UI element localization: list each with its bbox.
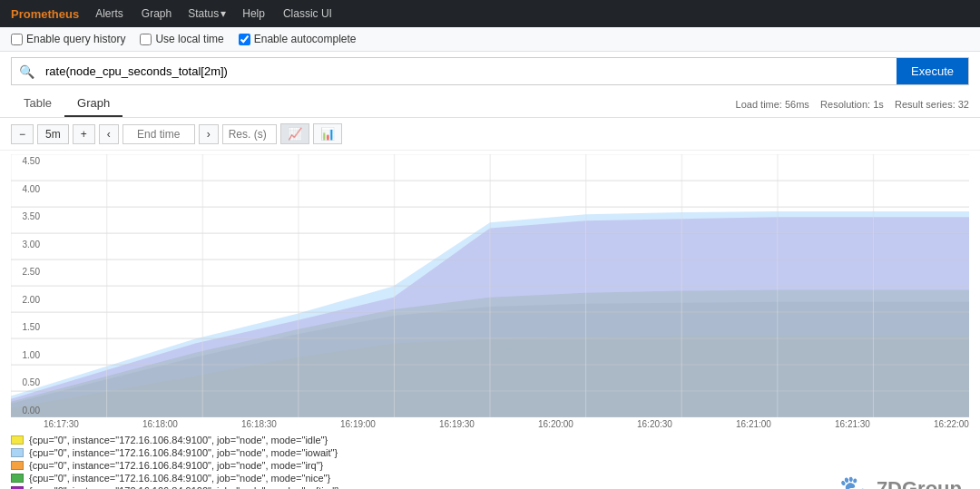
- navbar-brand: Prometheus: [11, 7, 79, 21]
- use-local-time-checkbox[interactable]: [140, 34, 152, 45]
- x-label-5: 16:20:00: [538, 419, 573, 429]
- logo-icon: 🐾: [839, 474, 871, 489]
- y-label-9: 0.00: [11, 406, 44, 416]
- use-local-time-label[interactable]: Use local time: [140, 33, 223, 45]
- x-label-9: 16:22:00: [934, 419, 969, 429]
- legend: {cpu="0", instance="172.16.106.84:9100",…: [0, 429, 980, 489]
- line-chart-button[interactable]: 📈: [280, 123, 309, 144]
- y-label-3: 3.00: [11, 240, 44, 249]
- line-chart-icon: 📈: [288, 127, 302, 141]
- search-input[interactable]: [42, 60, 897, 83]
- x-label-1: 16:18:00: [142, 419, 178, 429]
- y-label-2: 3.50: [11, 211, 44, 221]
- legend-label: {cpu="0", instance="172.16.106.84:9100",…: [29, 473, 330, 484]
- legend-color: [11, 448, 24, 457]
- legend-label: {cpu="0", instance="172.16.106.84:9100",…: [29, 460, 323, 471]
- x-label-7: 16:21:00: [736, 419, 771, 429]
- legend-item[interactable]: {cpu="0", instance="172.16.106.84:9100",…: [11, 435, 969, 445]
- legend-item[interactable]: {cpu="0", instance="172.16.106.84:9100",…: [11, 485, 969, 489]
- legend-label: {cpu="0", instance="172.16.106.84:9100",…: [29, 447, 338, 458]
- load-time: Load time: 56ms: [736, 99, 809, 110]
- tab-table[interactable]: Table: [11, 91, 64, 117]
- x-label-4: 16:19:30: [439, 419, 475, 429]
- enable-autocomplete-checkbox[interactable]: [239, 34, 250, 45]
- nav-classic-ui[interactable]: Classic UI: [281, 4, 334, 24]
- tabs-left: Table Graph: [11, 91, 122, 117]
- y-label-1: 4.00: [11, 184, 44, 194]
- bar-chart-icon: 📊: [320, 127, 335, 141]
- resolution-input[interactable]: [222, 124, 277, 144]
- x-label-0: 16:17:30: [44, 419, 79, 429]
- legend-label: {cpu="0", instance="172.16.106.84:9100",…: [29, 435, 328, 445]
- stats-bar: Load time: 56ms Resolution: 1s Result se…: [736, 99, 969, 110]
- legend-color: [11, 474, 24, 483]
- prev-button[interactable]: ‹: [99, 124, 119, 144]
- enable-query-history-label[interactable]: Enable query history: [11, 33, 125, 45]
- nav-graph[interactable]: Graph: [140, 4, 173, 24]
- x-label-2: 16:18:30: [241, 419, 277, 429]
- interval-minus-button[interactable]: −: [11, 124, 34, 144]
- interval-value-button[interactable]: 5m: [37, 124, 69, 144]
- graph-toolbar: − 5m + ‹ › 📈 📊: [0, 118, 980, 151]
- y-axis-labels: 4.50 4.00 3.50 3.00 2.50 2.00 1.50 1.00 …: [11, 154, 44, 417]
- interval-plus-button[interactable]: +: [73, 124, 95, 144]
- y-label-8: 0.50: [11, 377, 44, 387]
- resolution: Resolution: 1s: [820, 99, 884, 110]
- chart-svg: [11, 154, 969, 417]
- enable-autocomplete-label[interactable]: Enable autocomplete: [239, 33, 357, 45]
- execute-button[interactable]: Execute: [897, 58, 968, 84]
- search-icon: 🔍: [12, 59, 42, 84]
- y-label-4: 2.50: [11, 267, 44, 277]
- x-label-8: 16:21:30: [835, 419, 870, 429]
- options-bar: Enable query history Use local time Enab…: [0, 27, 980, 52]
- search-bar: 🔍 Execute: [11, 57, 969, 85]
- tab-graph[interactable]: Graph: [64, 91, 122, 117]
- x-axis-labels: 16:17:30 16:18:00 16:18:30 16:19:00 16:1…: [11, 417, 969, 429]
- y-label-0: 4.50: [11, 156, 44, 166]
- x-label-6: 16:20:30: [637, 419, 672, 429]
- enable-query-history-checkbox[interactable]: [11, 34, 23, 45]
- y-label-5: 2.00: [11, 295, 44, 305]
- end-time-input[interactable]: [122, 124, 195, 144]
- legend-item[interactable]: {cpu="0", instance="172.16.106.84:9100",…: [11, 447, 969, 458]
- result-series: Result series: 32: [895, 99, 969, 110]
- next-button[interactable]: ›: [199, 124, 219, 144]
- navbar: Prometheus Alerts Graph Status ▾ Help Cl…: [0, 0, 980, 27]
- nav-status[interactable]: Status ▾: [188, 7, 226, 20]
- x-label-3: 16:19:00: [340, 419, 376, 429]
- bar-chart-button[interactable]: 📊: [313, 123, 342, 144]
- main-content: 4.50 4.00 3.50 3.00 2.50 2.00 1.50 1.00 …: [0, 154, 980, 489]
- logo-text: 7DGroup: [877, 477, 962, 490]
- nav-alerts[interactable]: Alerts: [93, 4, 125, 24]
- legend-item[interactable]: {cpu="0", instance="172.16.106.84:9100",…: [11, 473, 969, 484]
- logo-area: 🐾 7DGroup: [839, 474, 962, 489]
- legend-color: [11, 435, 24, 445]
- y-label-7: 1.00: [11, 350, 44, 360]
- legend-color: [11, 461, 24, 470]
- graph-area: 4.50 4.00 3.50 3.00 2.50 2.00 1.50 1.00 …: [0, 154, 980, 429]
- y-label-6: 1.50: [11, 322, 44, 332]
- legend-label: {cpu="0", instance="172.16.106.84:9100",…: [29, 485, 339, 489]
- chart-container: 4.50 4.00 3.50 3.00 2.50 2.00 1.50 1.00 …: [11, 154, 969, 417]
- legend-item[interactable]: {cpu="0", instance="172.16.106.84:9100",…: [11, 460, 969, 471]
- nav-help[interactable]: Help: [240, 4, 267, 24]
- tabs-bar: Table Graph Load time: 56ms Resolution: …: [0, 91, 980, 118]
